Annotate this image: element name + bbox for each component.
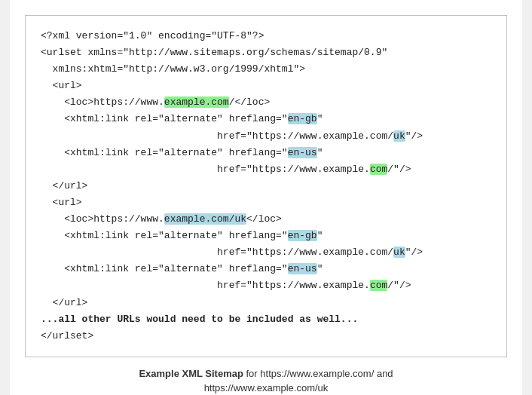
line-17: </url> — [41, 297, 87, 308]
highlight-uk-1: uk — [393, 130, 405, 142]
line-14: href="https://www.example.com/uk"/> — [41, 246, 423, 258]
line-11: <url> — [41, 197, 82, 208]
line-13: <xhtml:link rel="alternate" hreflang="en… — [41, 230, 323, 241]
line-2: <urlset xmlns="http://www.sitemaps.org/s… — [41, 47, 387, 58]
line-12: <loc>https://www.example.com/uk</loc> — [41, 213, 282, 225]
highlight-en-gb-2: en-gb — [288, 230, 317, 241]
line-4: <url> — [41, 80, 82, 91]
highlight-com-2: com — [370, 280, 387, 291]
highlight-example-com-1: example.com — [164, 96, 229, 108]
line-19: </urlset> — [41, 330, 93, 341]
caption-url: https://www.example.com/uk — [204, 382, 329, 393]
highlight-en-us-2: en-us — [288, 263, 317, 274]
highlight-com-1: com — [370, 164, 387, 175]
caption-bold: Example XML Sitemap — [139, 368, 243, 379]
code-block: <?xml version="1.0" encoding="UTF-8"?> <… — [25, 15, 507, 357]
highlight-en-gb-1: en-gb — [288, 113, 317, 124]
line-3: xmlns:xhtml="http://www.w3.org/1999/xhtm… — [41, 63, 305, 75]
highlight-uk-2: uk — [393, 246, 405, 258]
line-1: <?xml version="1.0" encoding="UTF-8"?> — [41, 30, 264, 41]
line-18: ...all other URLs would need to be inclu… — [41, 314, 358, 325]
line-5: <loc>https://www.example.com/</loc> — [41, 96, 270, 108]
line-6: <xhtml:link rel="alternate" hreflang="en… — [41, 113, 323, 124]
caption: Example XML Sitemap for https://www.exam… — [25, 366, 507, 395]
highlight-en-us-1: en-us — [288, 147, 317, 158]
main-container: <?xml version="1.0" encoding="UTF-8"?> <… — [10, 0, 522, 395]
line-10: </url> — [41, 180, 87, 191]
highlight-example-com-uk: example.com/uk — [164, 213, 246, 225]
line-7: href="https://www.example.com/uk"/> — [41, 130, 423, 142]
line-15: <xhtml:link rel="alternate" hreflang="en… — [41, 263, 323, 274]
line-9: href="https://www.example.com/"/> — [41, 164, 411, 175]
line-16: href="https://www.example.com/"/> — [41, 280, 411, 291]
line-8: <xhtml:link rel="alternate" hreflang="en… — [41, 147, 323, 158]
